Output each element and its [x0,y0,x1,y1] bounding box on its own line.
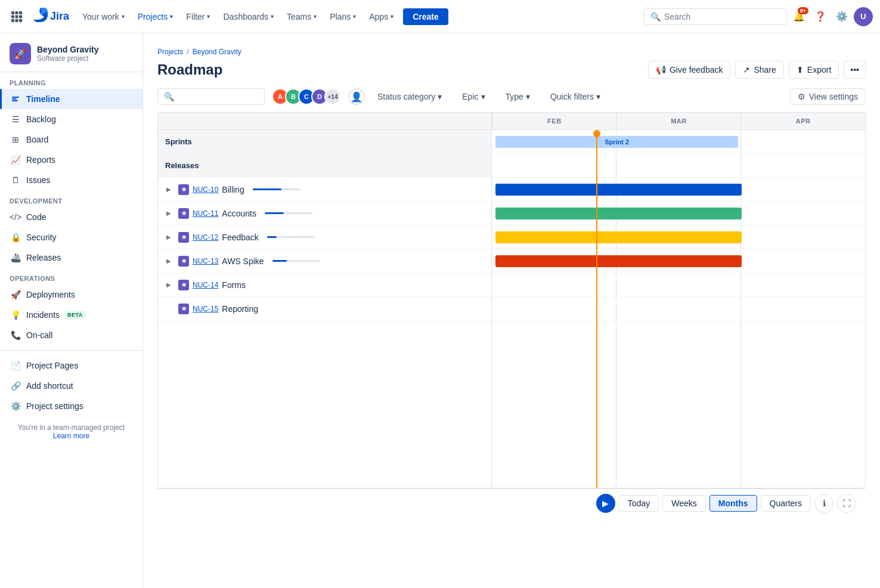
sidebar-item-add-shortcut[interactable]: 🔗 Add shortcut [0,376,142,396]
toolbar: 🔍 A B C D +14 👤 Status category ▾ Epic ▾ [157,88,866,105]
dashboards-nav[interactable]: Dashboards ▾ [217,8,280,25]
beta-badge: BETA [64,311,86,319]
expand-nuc10[interactable]: ▶ [163,184,175,196]
releases-row[interactable]: Releases [158,154,491,178]
svg-rect-9 [12,97,19,98]
deployments-icon: 🚀 [10,289,21,301]
progress-nuc13 [272,260,320,262]
top-right-actions: 🔍 Search 🔔 9+ ❓ ⚙️ U [644,7,873,26]
sidebar-item-issues[interactable]: 🗒 Issues [0,170,142,190]
expand-nuc11[interactable]: ▶ [163,208,175,219]
svg-rect-2 [19,11,22,14]
status-category-filter[interactable]: Status category ▾ [370,88,450,105]
breadcrumb-projects[interactable]: Projects [157,48,183,56]
project-settings-icon: ⚙️ [10,400,21,412]
issue-row-nuc12[interactable]: ▶ ★ NUC-12 Feedback [158,225,491,249]
gantt-chart: FEB MAR APR Sprints [157,112,866,488]
issue-row-nuc10[interactable]: ▶ ★ NUC-10 Billing [158,178,491,202]
backlog-icon: ☰ [10,113,21,125]
expand-nuc14[interactable]: ▶ [163,279,175,291]
epic-filter[interactable]: Epic ▾ [454,88,492,105]
jira-logo[interactable]: Jira [33,8,69,25]
svg-rect-4 [16,15,18,18]
assign-filter-button[interactable]: 👤 [348,88,365,105]
give-feedback-button[interactable]: 📢 Give feedback [648,61,731,79]
nuc13-bar[interactable] [495,255,742,267]
issue-id-nuc10[interactable]: NUC-10 [193,185,218,194]
issue-row-nuc11[interactable]: ▶ ★ NUC-11 Accounts [158,202,491,225]
progress-nuc11 [265,212,312,214]
plans-nav[interactable]: Plans ▾ [324,8,362,25]
gantt-body: Sprints Releases ▶ ★ NUC-10 Billing [158,130,865,488]
nuc11-bar[interactable] [495,208,742,219]
settings-button[interactable]: ⚙️ [832,7,851,26]
sidebar-item-releases[interactable]: 🚢 Releases [0,247,142,268]
sidebar-item-timeline[interactable]: Timeline [0,89,142,109]
svg-rect-5 [19,15,22,18]
view-settings-button[interactable]: ⚙ View settings [790,88,866,105]
sidebar-item-reports[interactable]: 📈 Reports [0,150,142,170]
incidents-label: Incidents [26,310,60,320]
project-settings-label: Project settings [26,401,83,411]
teams-nav[interactable]: Teams ▾ [281,8,323,25]
issue-row-nuc14[interactable]: ▶ ★ NUC-14 Forms [158,273,491,297]
help-button[interactable]: ❓ [811,7,830,26]
avatar-count[interactable]: +14 [324,88,341,105]
issue-icon-nuc12: ★ [178,232,189,243]
issue-name-nuc15: Reporting [222,304,258,314]
quarters-button[interactable]: Quarters [761,495,811,512]
today-button[interactable]: Today [619,495,659,512]
sprints-row[interactable]: Sprints [158,130,491,154]
roadmap-search[interactable]: 🔍 [157,88,265,105]
planning-section-label: PLANNING [0,72,142,89]
sidebar-item-project-settings[interactable]: ⚙️ Project settings [0,396,142,416]
export-button[interactable]: ⬆ Export [789,61,839,79]
share-button[interactable]: ↗ Share [735,61,783,79]
issue-id-nuc13[interactable]: NUC-13 [193,257,218,265]
app-grid-icon[interactable] [7,7,26,26]
megaphone-icon: 📢 [656,65,666,75]
sidebar-item-backlog[interactable]: ☰ Backlog [0,109,142,129]
issue-id-nuc11[interactable]: NUC-11 [193,209,218,218]
issue-row-nuc13[interactable]: ▶ ★ NUC-13 AWS Spike [158,249,491,273]
project-header[interactable]: 🚀 Beyond Gravity Software project [0,33,142,72]
sidebar-item-incidents[interactable]: 💡 Incidents BETA [0,305,142,325]
sidebar-divider [0,350,142,351]
sidebar-item-project-pages[interactable]: 📄 Project Pages [0,355,142,376]
notifications-button[interactable]: 🔔 9+ [789,7,808,26]
sidebar-item-board[interactable]: ⊞ Board [0,129,142,150]
sidebar-item-deployments[interactable]: 🚀 Deployments [0,284,142,305]
quick-filters[interactable]: Quick filters ▾ [543,88,608,105]
expand-nuc13[interactable]: ▶ [163,255,175,267]
apps-nav[interactable]: Apps ▾ [363,8,399,25]
sidebar-item-code[interactable]: </> Code [0,207,142,227]
fullscreen-button[interactable]: ⛶ [837,494,856,513]
learn-more-link[interactable]: Learn more [53,432,89,440]
nuc10-bar[interactable] [495,184,742,196]
code-label: Code [26,212,46,222]
export-icon: ⬆ [797,65,804,75]
issue-id-nuc12[interactable]: NUC-12 [193,233,218,242]
svg-rect-6 [11,19,14,22]
issue-id-nuc14[interactable]: NUC-14 [193,281,218,289]
issue-icon-nuc10: ★ [178,184,189,195]
issue-id-nuc15[interactable]: NUC-15 [193,305,218,313]
info-button[interactable]: ℹ [814,494,833,513]
breadcrumb-beyond-gravity[interactable]: Beyond Gravity [193,48,241,56]
your-work-nav[interactable]: Your work ▾ [76,8,131,25]
more-actions-button[interactable]: ••• [844,61,866,79]
filter-nav[interactable]: Filter ▾ [180,8,216,25]
sidebar-item-security[interactable]: 🔒 Security [0,227,142,247]
projects-nav[interactable]: Projects ▾ [132,8,179,25]
issue-row-nuc15[interactable]: ▶ ★ NUC-15 Reporting [158,297,491,321]
sidebar-item-oncall[interactable]: 📞 On-call [0,325,142,345]
nuc12-bar[interactable] [495,231,742,243]
search-bar[interactable]: 🔍 Search [644,8,787,25]
type-filter[interactable]: Type ▾ [498,88,538,105]
navigate-button[interactable]: ▶ [596,494,615,513]
expand-nuc12[interactable]: ▶ [163,231,175,243]
user-avatar[interactable]: U [854,7,873,26]
months-button[interactable]: Months [709,495,757,512]
weeks-button[interactable]: Weeks [662,495,706,512]
create-button[interactable]: Create [403,8,448,25]
